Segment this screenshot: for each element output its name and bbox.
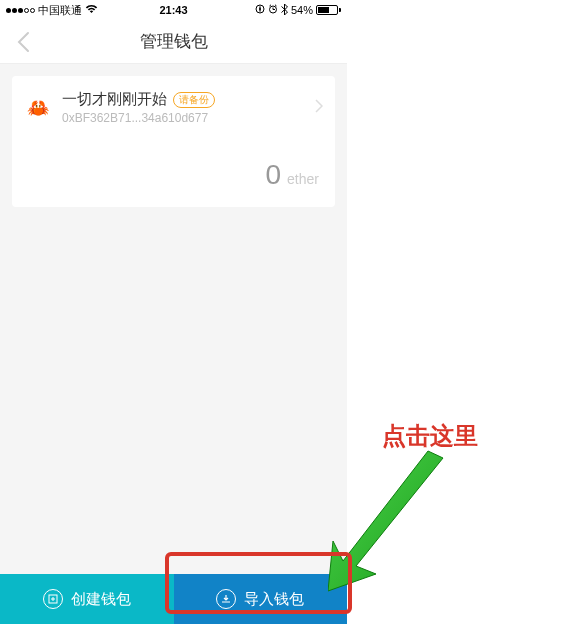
- balance-unit: ether: [287, 171, 319, 187]
- content-area: 🦀 一切才刚刚开始 请备份 0xBF362B71...34a610d677 0 …: [0, 64, 347, 574]
- import-wallet-label: 导入钱包: [244, 590, 304, 609]
- status-left: 中国联通: [6, 3, 98, 18]
- wallet-address: 0xBF362B71...34a610d677: [62, 111, 315, 125]
- chevron-right-icon: [315, 99, 323, 117]
- annotation-text: 点击这里: [382, 420, 478, 452]
- balance-value: 0: [266, 159, 282, 191]
- wallet-card: 🦀 一切才刚刚开始 请备份 0xBF362B71...34a610d677 0 …: [12, 76, 335, 207]
- status-time: 21:43: [159, 4, 187, 16]
- wallet-name: 一切才刚刚开始: [62, 90, 167, 109]
- import-wallet-button[interactable]: 导入钱包: [174, 574, 348, 624]
- backup-badge: 请备份: [173, 92, 215, 108]
- signal-dots-icon: [6, 8, 35, 13]
- wifi-icon: [85, 4, 98, 16]
- status-right: 54%: [255, 4, 341, 17]
- carrier-label: 中国联通: [38, 3, 82, 18]
- battery-icon: [316, 5, 341, 15]
- chevron-left-icon: [16, 31, 30, 53]
- balance-row: 0 ether: [12, 139, 335, 207]
- wallet-row[interactable]: 🦀 一切才刚刚开始 请备份 0xBF362B71...34a610d677: [12, 76, 335, 139]
- location-icon: [255, 4, 265, 16]
- bottom-bar: 创建钱包 导入钱包: [0, 574, 347, 624]
- create-icon: [43, 589, 63, 609]
- battery-pct: 54%: [291, 4, 313, 16]
- bluetooth-icon: [281, 4, 288, 17]
- page-title: 管理钱包: [0, 30, 347, 53]
- import-icon: [216, 589, 236, 609]
- create-wallet-label: 创建钱包: [71, 590, 131, 609]
- back-button[interactable]: [8, 20, 38, 64]
- create-wallet-button[interactable]: 创建钱包: [0, 574, 174, 624]
- status-bar: 中国联通 21:43 54%: [0, 0, 347, 20]
- alarm-icon: [268, 4, 278, 16]
- wallet-info: 一切才刚刚开始 请备份 0xBF362B71...34a610d677: [62, 90, 315, 125]
- app-screen: 中国联通 21:43 54% 管理钱包: [0, 0, 347, 624]
- annotation-arrow-icon: [328, 446, 478, 596]
- nav-bar: 管理钱包: [0, 20, 347, 64]
- wallet-avatar-icon: 🦀: [24, 94, 52, 122]
